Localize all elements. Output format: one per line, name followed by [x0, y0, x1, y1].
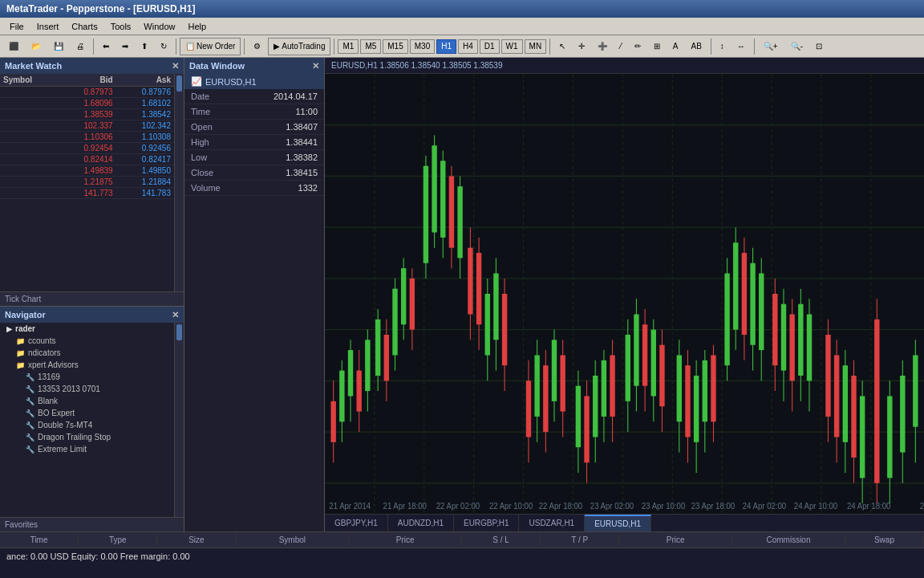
market-row[interactable]: 1.21875 1.21884: [0, 177, 174, 188]
toolbar-btn-3[interactable]: 💾: [48, 38, 69, 55]
chart-tab-gbpjpy[interactable]: GBPJPY,H1: [325, 515, 388, 531]
toolbar-btn-11[interactable]: ✏: [629, 38, 646, 55]
toolbar-btn-13[interactable]: A: [667, 38, 684, 55]
market-row[interactable]: 141.773 141.783: [0, 188, 174, 199]
col-swap: Swap: [845, 534, 924, 546]
market-row[interactable]: 1.49839 1.49850: [0, 165, 174, 177]
chart-tab-audnzd[interactable]: AUDNZD,H1: [388, 515, 454, 531]
svg-rect-117: [798, 304, 803, 376]
toolbar-btn-10[interactable]: ➕: [592, 38, 613, 55]
col-price: Price: [349, 534, 462, 546]
navigator-close[interactable]: ✕: [172, 310, 179, 320]
chart-tab-eurgbp[interactable]: EURGBP,H1: [454, 515, 520, 531]
timeframe-mn[interactable]: MN: [525, 39, 547, 54]
toolbar-btn-8[interactable]: ↻: [155, 38, 172, 55]
crosshair-btn[interactable]: ✛: [573, 38, 590, 55]
chart-tab-usdzar[interactable]: USDZAR,H1: [519, 515, 585, 531]
nav-item-dragon[interactable]: 🔧 Dragon Trailing Stop: [0, 431, 174, 443]
toolbar-btn-16[interactable]: ↔: [732, 38, 751, 55]
toolbar-btn-5[interactable]: ⬅: [97, 38, 115, 55]
timeframe-m5[interactable]: M5: [360, 39, 381, 54]
chart-tab-eurusd[interactable]: EURUSD,H1: [585, 515, 651, 531]
nav-item-blank[interactable]: 🔧 Blank: [0, 395, 174, 407]
timeframe-m1[interactable]: M1: [338, 39, 359, 54]
nav-item-experts[interactable]: 📁 xpert Advisors: [0, 359, 174, 371]
market-row[interactable]: 1.10306 1.10308: [0, 132, 174, 143]
timeframe-d1[interactable]: D1: [480, 39, 500, 54]
menu-window[interactable]: Window: [137, 20, 181, 33]
navigator-scrollbar[interactable]: [174, 323, 184, 517]
favorites-bar[interactable]: Favorites: [0, 517, 184, 531]
zoom-out-btn[interactable]: 🔍-: [785, 38, 808, 55]
menu-charts[interactable]: Charts: [65, 20, 103, 33]
nav-item-icon-7: 🔧: [26, 446, 34, 454]
toolbar-btn-9[interactable]: ⚙: [248, 38, 266, 55]
line-btn[interactable]: ⁄: [614, 38, 627, 55]
svg-rect-129: [860, 396, 865, 478]
nav-item-extreme[interactable]: 🔧 Extreme Limit: [0, 443, 174, 455]
timeframe-h4[interactable]: H4: [458, 39, 478, 54]
terminal-columns: Time Type Size Symbol Price S / L T / P …: [0, 532, 924, 548]
market-row[interactable]: 0.92454 0.92456: [0, 143, 174, 154]
svg-text:21 Apr 2014: 21 Apr 2014: [329, 500, 371, 511]
separator-3: [244, 39, 245, 55]
market-watch-close[interactable]: ✕: [172, 61, 179, 71]
tick-chart-tab[interactable]: Tick Chart: [0, 291, 184, 306]
market-ask: 0.92456: [116, 143, 174, 154]
new-order-button[interactable]: 📋 New Order: [180, 38, 241, 55]
nav-item-bo-expert[interactable]: 🔧 BO Expert: [0, 407, 174, 419]
nav-item-double7s[interactable]: 🔧 Double 7s-MT4: [0, 419, 174, 431]
market-row[interactable]: 0.87973 0.87976: [0, 87, 174, 98]
timeframe-m30[interactable]: M30: [410, 39, 435, 54]
market-watch-panel: Market Watch ✕ Symbol Bid Ask: [0, 58, 184, 307]
timeframe-h1[interactable]: H1: [436, 39, 456, 54]
data-window-close[interactable]: ✕: [312, 61, 319, 71]
menu-file[interactable]: File: [3, 20, 30, 33]
cursor-btn[interactable]: ↖: [553, 38, 571, 55]
nav-item-13169[interactable]: 🔧 13169: [0, 371, 174, 383]
market-bid: 1.68096: [58, 98, 116, 109]
terminal-panel: Time Type Size Symbol Price S / L T / P …: [0, 531, 924, 578]
toolbar-btn-6[interactable]: ➡: [116, 38, 134, 55]
market-bid: 0.87973: [58, 87, 116, 98]
market-bid: 102.337: [58, 120, 116, 132]
nav-folder-icon-indicators: 📁: [16, 349, 25, 357]
toolbar-btn-14[interactable]: AB: [685, 38, 707, 55]
timeframe-w1[interactable]: W1: [501, 39, 523, 54]
market-symbol: [0, 98, 58, 109]
chart-canvas[interactable]: 21 Apr 2014 21 Apr 18:00 22 Apr 02:00 22…: [325, 74, 924, 514]
data-symbol-row: 📈 EURUSD,H1: [184, 74, 324, 89]
terminal-content: ance: 0.00 USD Equity: 0.00 Free margin:…: [0, 548, 924, 578]
nav-item-icon-1: 🔧: [26, 373, 34, 381]
svg-rect-97: [703, 360, 707, 421]
zoom-in-btn[interactable]: 🔍+: [758, 38, 784, 55]
svg-rect-45: [440, 161, 445, 238]
nav-item-accounts[interactable]: 📁 ccounts: [0, 335, 174, 347]
market-symbol: [0, 154, 58, 165]
svg-text:23 Apr 02:00: 23 Apr 02:00: [590, 500, 634, 511]
nav-item-trader[interactable]: ▶ rader: [0, 323, 174, 335]
menu-insert[interactable]: Insert: [30, 20, 66, 33]
market-row[interactable]: 1.38539 1.38542: [0, 109, 174, 120]
svg-rect-33: [384, 335, 389, 381]
nav-item-indicators[interactable]: 📁 ndicators: [0, 347, 174, 359]
svg-text:22 Apr 02:00: 22 Apr 02:00: [436, 500, 480, 511]
toolbar-btn-1[interactable]: ⬛: [3, 38, 24, 55]
menu-help[interactable]: Help: [181, 20, 213, 33]
nav-item-13353[interactable]: 🔧 13353 2013 0701: [0, 383, 174, 395]
autotrading-button[interactable]: ▶ AutoTrading: [268, 38, 330, 55]
timeframe-m15[interactable]: M15: [383, 39, 407, 54]
market-row[interactable]: 1.68096 1.68102: [0, 98, 174, 109]
market-row[interactable]: 102.337 102.342: [0, 120, 174, 132]
nav-folder-icon: ▶: [6, 325, 12, 333]
menu-tools[interactable]: Tools: [104, 20, 138, 33]
toolbar-btn-4[interactable]: 🖨: [71, 38, 90, 55]
toolbar-btn-12[interactable]: ⊞: [648, 38, 666, 55]
market-watch-scrollbar[interactable]: [174, 74, 184, 291]
toolbar-btn-17[interactable]: ⊡: [810, 38, 828, 55]
toolbar-btn-2[interactable]: 📂: [26, 38, 47, 55]
market-row[interactable]: 0.82414 0.82417: [0, 154, 174, 165]
toolbar-btn-7[interactable]: ⬆: [136, 38, 153, 55]
toolbar-btn-15[interactable]: ↕: [715, 38, 730, 55]
candlestick-chart: 21 Apr 2014 21 Apr 18:00 22 Apr 02:00 22…: [325, 74, 924, 514]
